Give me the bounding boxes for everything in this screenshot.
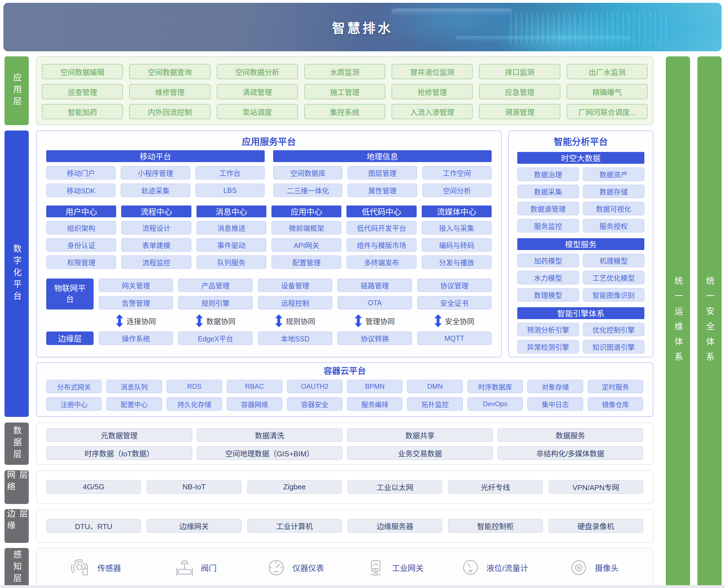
network-button[interactable]: Zigbee xyxy=(247,480,342,494)
app-module-button[interactable]: 精确曝气 xyxy=(567,84,648,99)
app-module-button[interactable]: 应急管理 xyxy=(479,84,560,99)
app-module-button[interactable]: 空间数据查询 xyxy=(129,64,210,79)
center-button[interactable]: 组件与模版市场 xyxy=(346,238,416,252)
analysis-button[interactable]: 数据资产 xyxy=(583,167,645,181)
center-button[interactable]: 微前端框架 xyxy=(272,221,341,234)
analysis-button[interactable]: 数据治理 xyxy=(517,167,579,181)
data-button[interactable]: 数据服务 xyxy=(497,428,643,442)
network-button[interactable]: 工业以太网 xyxy=(347,480,442,494)
iot-button[interactable]: 安全证书 xyxy=(417,296,492,310)
app-module-button[interactable]: 维修管理 xyxy=(129,84,210,99)
network-button[interactable]: 光纤专线 xyxy=(448,480,542,494)
edge-device-button[interactable]: 工业计算机 xyxy=(247,519,342,533)
cloud-button[interactable]: 镜像仓库 xyxy=(588,397,643,411)
center-button[interactable]: 流程设计 xyxy=(121,221,191,234)
cloud-button[interactable]: 服务编排 xyxy=(347,397,403,411)
app-module-button[interactable]: 施工管理 xyxy=(304,84,385,99)
iot-button[interactable]: 链路管理 xyxy=(337,278,412,292)
app-module-button[interactable]: 泵站调度 xyxy=(217,104,298,119)
data-button[interactable]: 非结构化/多媒体数据 xyxy=(497,446,643,460)
center-button[interactable]: 分发与播放 xyxy=(422,255,492,269)
cloud-button[interactable]: BPMN xyxy=(347,380,403,393)
analysis-button[interactable]: 水力模型 xyxy=(517,271,579,285)
cloud-button[interactable]: OAUTH2 xyxy=(287,380,342,393)
analysis-button[interactable]: 智能图像识别 xyxy=(583,288,645,301)
app-module-button[interactable]: 窨井液位监测 xyxy=(391,64,473,79)
cloud-button[interactable]: 拓扑监控 xyxy=(407,397,463,411)
center-button[interactable]: 组织架构 xyxy=(46,221,116,234)
analysis-button[interactable]: 加药模型 xyxy=(517,254,579,267)
service-button[interactable]: 属性管理 xyxy=(347,184,417,197)
service-button[interactable]: LBS xyxy=(195,184,265,197)
center-button[interactable]: 流程监控 xyxy=(121,255,191,269)
edge-device-button[interactable]: 边缘网关 xyxy=(147,519,241,533)
center-button[interactable]: 接入与采集 xyxy=(422,221,492,234)
center-button[interactable]: 多终端发布 xyxy=(346,255,416,269)
edge-button[interactable]: MQTT xyxy=(417,332,492,345)
center-button[interactable]: 权限管理 xyxy=(46,255,116,269)
analysis-button[interactable]: 知识图谱引擎 xyxy=(583,340,645,354)
edge-device-button[interactable]: DTU、RTU xyxy=(46,519,141,533)
service-button[interactable]: 移动SDK xyxy=(46,184,115,197)
iot-button[interactable]: 远程控制 xyxy=(258,296,332,310)
cloud-button[interactable]: 对象存储 xyxy=(527,380,583,393)
iot-button[interactable]: OTA xyxy=(337,296,412,310)
app-module-button[interactable]: 出厂水监测 xyxy=(567,64,648,79)
center-button[interactable]: 表单建模 xyxy=(121,238,191,252)
cloud-button[interactable]: 时序数据库 xyxy=(467,380,523,393)
center-button[interactable]: 身份认证 xyxy=(46,238,116,252)
network-button[interactable]: NB-IoT xyxy=(147,480,241,494)
center-button[interactable]: 低代码开发平台 xyxy=(346,221,416,234)
app-module-button[interactable]: 巡查管理 xyxy=(42,84,123,99)
iot-button[interactable]: 设备管理 xyxy=(258,278,332,292)
analysis-button[interactable]: 数理模型 xyxy=(517,288,579,301)
app-module-button[interactable]: 内外回流控制 xyxy=(129,104,210,119)
edge-device-button[interactable]: 智能控制柜 xyxy=(448,519,542,533)
app-module-button[interactable]: 水质监测 xyxy=(304,64,385,79)
analysis-button[interactable]: 预测分析引擎 xyxy=(517,323,579,336)
network-button[interactable]: 4G/5G xyxy=(46,480,141,494)
edge-button[interactable]: 本地SSD xyxy=(258,332,332,345)
cloud-button[interactable]: 配置中心 xyxy=(106,397,162,411)
service-button[interactable]: 图层管理 xyxy=(347,166,417,180)
cloud-button[interactable]: 持久化存储 xyxy=(167,397,222,411)
analysis-button[interactable]: 数据存储 xyxy=(583,185,645,198)
iot-button[interactable]: 告警管理 xyxy=(99,296,173,310)
app-module-button[interactable]: 空间数据分析 xyxy=(217,64,298,79)
service-button[interactable]: 空间分析 xyxy=(422,184,492,197)
analysis-button[interactable]: 工艺优化模型 xyxy=(583,271,645,285)
cloud-button[interactable]: 集中日志 xyxy=(527,397,583,411)
cloud-button[interactable]: 注册中心 xyxy=(46,397,102,411)
app-module-button[interactable]: 排口监测 xyxy=(479,64,560,79)
center-button[interactable]: 队列服务 xyxy=(196,255,266,269)
service-button[interactable]: 工作台 xyxy=(195,166,265,180)
app-module-button[interactable]: 空间数据编辑 xyxy=(42,64,123,79)
data-button[interactable]: 业务交易数据 xyxy=(347,446,493,460)
edge-device-button[interactable]: 边缘服务器 xyxy=(347,519,442,533)
app-module-button[interactable]: 智能加药 xyxy=(42,104,123,119)
iot-button[interactable]: 产品管理 xyxy=(178,278,253,292)
service-button[interactable]: 工作空间 xyxy=(422,166,492,180)
analysis-button[interactable]: 优化控制引擎 xyxy=(583,323,645,336)
cloud-button[interactable]: DMN xyxy=(407,380,463,393)
service-button[interactable]: 轨迹采集 xyxy=(121,184,190,197)
edge-button[interactable]: 操作系统 xyxy=(99,332,173,345)
app-module-button[interactable]: 清疏管理 xyxy=(217,84,298,99)
service-button[interactable]: 空间数据库 xyxy=(273,166,342,180)
data-button[interactable]: 数据清洗 xyxy=(197,428,343,442)
center-button[interactable]: API网关 xyxy=(272,238,341,252)
center-button[interactable]: 消息推送 xyxy=(196,221,266,234)
data-button[interactable]: 元数据管理 xyxy=(46,428,192,442)
cloud-button[interactable]: RDS xyxy=(167,380,222,393)
app-module-button[interactable]: 抢修管理 xyxy=(391,84,473,99)
data-button[interactable]: 数据共享 xyxy=(347,428,493,442)
analysis-button[interactable]: 数据源管理 xyxy=(517,202,579,215)
iot-button[interactable]: 网关管理 xyxy=(99,278,173,292)
data-button[interactable]: 时序数据（IoT数据） xyxy=(46,446,192,460)
analysis-button[interactable]: 服务授权 xyxy=(583,219,645,233)
network-button[interactable]: VPN/APN专网 xyxy=(549,480,643,494)
analysis-button[interactable]: 机理模型 xyxy=(583,254,645,267)
center-button[interactable]: 编码与转码 xyxy=(422,238,492,252)
edge-device-button[interactable]: 硬盘录像机 xyxy=(549,519,643,533)
data-button[interactable]: 空间地理数据（GIS+BIM） xyxy=(197,446,343,460)
